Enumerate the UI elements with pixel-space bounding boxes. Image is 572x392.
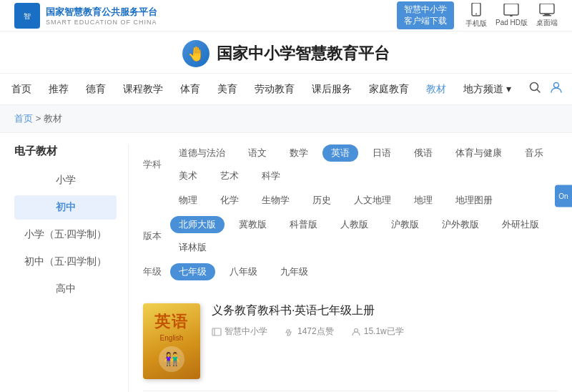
filter-tag-math[interactable]: 数学 — [281, 144, 317, 162]
svg-text:智: 智 — [24, 12, 31, 20]
book-learners-1: 15.1w已学 — [351, 325, 404, 338]
filter-tag-geo[interactable]: 地理 — [405, 192, 441, 209]
filter-tag-geo-atlas[interactable]: 地理图册 — [447, 192, 501, 209]
device-icons: 手机版 Pad HD版 桌面端 — [465, 3, 558, 29]
book-item: 英语 English 👫 义务教育教科书·英语七年级上册 智慧中小学 — [143, 292, 558, 391]
breadcrumb: 首页 > 教材 — [0, 105, 572, 133]
filter-tag-grade9[interactable]: 九年级 — [272, 263, 317, 280]
breadcrumb-current: 教材 — [44, 113, 62, 124]
sidebar-item-middle-54[interactable]: 初中（五·四学制） — [14, 250, 117, 274]
svg-rect-5 — [510, 15, 513, 16]
filter-tag-english[interactable]: 英语 — [322, 144, 358, 162]
filter-subject-row2: 物理 化学 生物学 历史 人文地理 地理 地理图册 — [143, 192, 558, 209]
sidebar-title: 电子教材 — [14, 144, 117, 158]
filter-tag-chinese[interactable]: 语文 — [240, 144, 275, 162]
filter-tag-japanese[interactable]: 日语 — [364, 144, 400, 162]
filter-grade-tags: 七年级 八年级 九年级 — [170, 263, 317, 280]
nav-right — [528, 81, 563, 97]
nav-home[interactable]: 首页 — [11, 83, 31, 96]
sidebar: 电子教材 小学 初中 小学（五·四学制） 初中（五·四学制） 高中 — [14, 144, 129, 392]
svg-rect-6 — [540, 4, 554, 14]
desktop-device[interactable]: 桌面端 — [536, 4, 558, 28]
logo-cn: 国家智慧教育公共服务平台 — [46, 6, 157, 19]
filter-tag-yilin[interactable]: 译林版 — [170, 239, 215, 256]
svg-rect-12 — [212, 328, 221, 335]
filter-tag-human-geo[interactable]: 人文地理 — [345, 192, 400, 209]
nav-course[interactable]: 课程教学 — [123, 83, 163, 96]
filter-tag-biology[interactable]: 生物学 — [253, 192, 298, 209]
filter-tag-russian[interactable]: 俄语 — [405, 144, 441, 162]
download-button[interactable]: 智慧中小学 客户端下载 — [397, 1, 454, 29]
nav-local[interactable]: 地方频道 ▾ — [463, 83, 511, 96]
book-likes-1: 1472点赞 — [285, 325, 334, 338]
filter-tag-grade7[interactable]: 七年级 — [170, 263, 215, 280]
book-list: 英语 English 👫 义务教育教科书·英语七年级上册 智慧中小学 — [143, 292, 558, 392]
filter-tag-arts[interactable]: 艺术 — [212, 167, 247, 185]
nav-arts[interactable]: 美育 — [217, 83, 237, 96]
filter-subject-label: 学科 — [143, 158, 163, 171]
filter-tag-ji[interactable]: 冀教版 — [230, 216, 275, 233]
right-indicator[interactable]: On — [555, 185, 572, 207]
filter-tag-huwai[interactable]: 沪外教版 — [433, 216, 488, 233]
filter-tag-chemistry[interactable]: 化学 — [212, 192, 247, 209]
filter-tag-moral[interactable]: 道德与法治 — [170, 144, 234, 162]
nav-family[interactable]: 家庭教育 — [369, 83, 409, 96]
top-header: 智 国家智慧教育公共服务平台 SMART EDUCATION OF CHINA … — [0, 0, 572, 31]
book-cover-1[interactable]: 英语 English 👫 — [143, 303, 200, 379]
svg-line-10 — [537, 90, 540, 93]
logo-en: SMART EDUCATION OF CHINA — [46, 19, 157, 26]
platform-icon: 🤚 — [182, 40, 209, 67]
logo-area: 智 国家智慧教育公共服务平台 SMART EDUCATION OF CHINA — [14, 3, 157, 29]
filter-tag-kepu[interactable]: 科普版 — [281, 216, 326, 233]
user-icon[interactable] — [550, 81, 563, 97]
filter-edition-row: 版本 北师大版 冀教版 科普版 人教版 沪教版 沪外教版 外研社版 译林版 — [143, 216, 558, 256]
search-icon[interactable] — [528, 81, 541, 97]
breadcrumb-separator: > — [36, 113, 44, 124]
sidebar-item-primary-54[interactable]: 小学（五·四学制） — [14, 222, 117, 247]
nav-textbook[interactable]: 教材 — [426, 83, 446, 96]
nav-moral[interactable]: 德育 — [86, 83, 106, 96]
filter-tag-ren[interactable]: 人教版 — [332, 216, 377, 233]
nav-labor[interactable]: 劳动教育 — [255, 83, 295, 96]
filter-tag-science[interactable]: 科学 — [253, 167, 289, 185]
platform-title: 国家中小学智慧教育平台 — [217, 43, 390, 64]
logo-text: 国家智慧教育公共服务平台 SMART EDUCATION OF CHINA — [46, 6, 157, 26]
filter-edition-label: 版本 — [143, 230, 163, 242]
nav-after-school[interactable]: 课后服务 — [312, 83, 352, 96]
filter-tag-art[interactable]: 美术 — [170, 167, 206, 185]
filter-tag-grade8[interactable]: 八年级 — [221, 263, 266, 280]
book-publisher-1: 智慧中小学 — [212, 325, 267, 338]
breadcrumb-home[interactable]: 首页 — [14, 113, 33, 124]
filter-grade-label: 年级 — [143, 265, 163, 278]
pad-device[interactable]: Pad HD版 — [495, 4, 528, 28]
filter-area: 学科 道德与法治 语文 数学 英语 日语 俄语 体育与健康 音乐 美术 艺术 科… — [129, 144, 558, 392]
phone-device[interactable]: 手机版 — [465, 3, 487, 29]
filter-tag-music[interactable]: 音乐 — [516, 144, 552, 162]
filter-edition-tags: 北师大版 冀教版 科普版 人教版 沪教版 沪外教版 外研社版 译林版 — [170, 216, 558, 256]
content-area: 电子教材 小学 初中 小学（五·四学制） 初中（五·四学制） 高中 学科 道德与… — [0, 133, 572, 392]
svg-rect-4 — [504, 4, 518, 15]
nav-bar: 首页 推荐 德育 课程教学 体育 美育 劳动教育 课后服务 家庭教育 教材 地方… — [0, 74, 572, 105]
filter-subject-row1: 学科 道德与法治 语文 数学 英语 日语 俄语 体育与健康 音乐 美术 艺术 科… — [143, 144, 558, 185]
sidebar-item-primary[interactable]: 小学 — [14, 168, 117, 192]
filter-subject-tags1: 道德与法治 语文 数学 英语 日语 俄语 体育与健康 音乐 美术 艺术 科学 — [170, 144, 558, 185]
svg-point-3 — [475, 13, 477, 14]
svg-point-9 — [530, 83, 538, 91]
book-info-1: 义务教育教科书·英语七年级上册 智慧中小学 1472点赞 15.1w已学 — [212, 303, 558, 338]
filter-tag-bsf[interactable]: 北师大版 — [170, 216, 225, 233]
filter-tag-hu[interactable]: 沪教版 — [383, 216, 428, 233]
book-title-1[interactable]: 义务教育教科书·英语七年级上册 — [212, 303, 558, 318]
filter-subject-tags2: 物理 化学 生物学 历史 人文地理 地理 地理图册 — [170, 192, 501, 209]
nav-recommend[interactable]: 推荐 — [49, 83, 69, 96]
filter-tag-history[interactable]: 历史 — [304, 192, 340, 209]
svg-rect-7 — [544, 14, 550, 15]
filter-tag-waiyanshe[interactable]: 外研社版 — [493, 216, 548, 233]
sidebar-item-middle[interactable]: 初中 — [14, 195, 117, 220]
sidebar-item-high[interactable]: 高中 — [14, 277, 117, 301]
filter-tag-physics[interactable]: 物理 — [170, 192, 206, 209]
svg-rect-8 — [543, 15, 551, 16]
logo-icon: 智 — [14, 3, 40, 29]
nav-sports[interactable]: 体育 — [180, 83, 200, 96]
book-meta-1: 智慧中小学 1472点赞 15.1w已学 — [212, 325, 558, 338]
filter-tag-pe[interactable]: 体育与健康 — [447, 144, 511, 162]
